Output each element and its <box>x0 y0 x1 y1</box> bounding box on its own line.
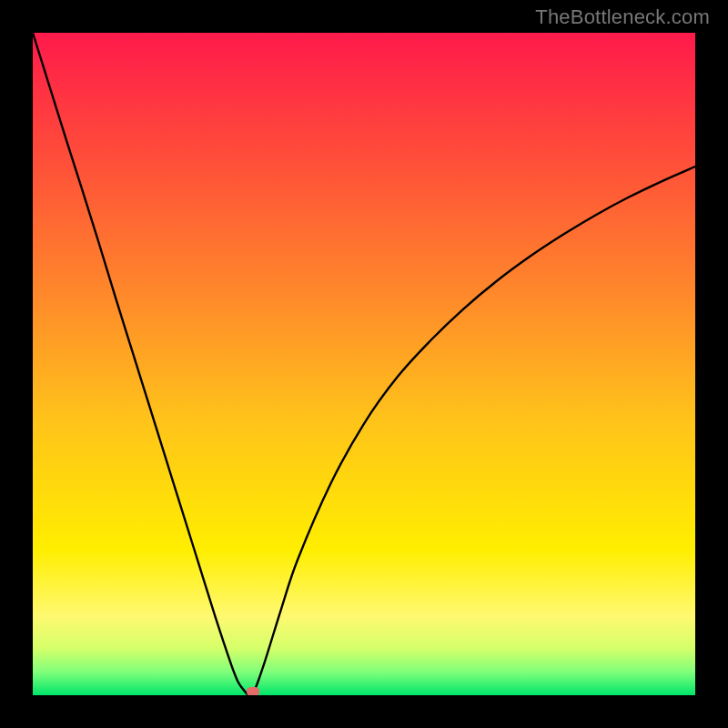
watermark-text: TheBottleneck.com <box>535 5 710 29</box>
optimal-point-marker <box>247 687 259 695</box>
chart-frame: TheBottleneck.com <box>0 0 728 728</box>
bottleneck-curve <box>33 33 695 695</box>
plot-area <box>33 33 695 695</box>
